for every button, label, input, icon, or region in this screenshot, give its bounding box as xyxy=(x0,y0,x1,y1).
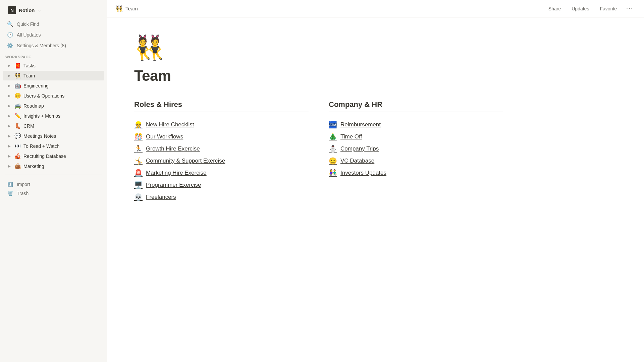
arrow-icon: ▶ xyxy=(7,134,12,138)
item-emoji: 👯 xyxy=(14,72,21,79)
sidebar-item-roadmap[interactable]: ▶ 🚎 Roadmap xyxy=(3,101,104,111)
arrow-icon: ▶ xyxy=(7,84,12,87)
topbar-actions: Share Updates Favorite ··· xyxy=(544,3,636,14)
content-columns: Roles & Hires👷New Hire Checklist🎊Our Wor… xyxy=(134,100,503,203)
link-emoji: 😐 xyxy=(329,157,337,165)
link-emoji: ⛄ xyxy=(329,145,337,153)
item-emoji: 🎪 xyxy=(14,153,21,159)
sidebar-item-label: Roadmap xyxy=(23,103,102,109)
link-text: Community & Support Exercise xyxy=(146,158,225,164)
arrow-icon: ▶ xyxy=(7,144,12,148)
arrow-icon: ▶ xyxy=(7,154,12,158)
link-item[interactable]: 🚨Marketing Hire Exercise xyxy=(134,167,309,179)
share-button[interactable]: Share xyxy=(544,4,565,13)
sidebar-item-meetings-notes[interactable]: ▶ 💬 Meetings Notes xyxy=(3,131,104,141)
link-item[interactable]: 🏧Reimbursement xyxy=(329,119,503,131)
link-text: Marketing Hire Exercise xyxy=(146,170,206,176)
link-text: Reimbursement xyxy=(340,121,381,128)
trash-button[interactable]: 🗑️ Trash xyxy=(3,189,104,198)
section-divider xyxy=(134,112,309,112)
arrow-icon: ▶ xyxy=(7,104,12,108)
arrow-icon: ▶ xyxy=(7,64,12,67)
sidebar-item-to-read-watch[interactable]: ▶ 👀 To Read + Watch xyxy=(3,141,104,151)
sidebar-item-label: Meetings Notes xyxy=(23,133,102,139)
sidebar-item-crm[interactable]: ▶ 👢 CRM xyxy=(3,121,104,131)
link-item[interactable]: 🏃Growth Hire Exercise xyxy=(134,143,309,155)
link-text: VC Database xyxy=(340,158,374,164)
link-emoji: 🏧 xyxy=(329,121,337,129)
trash-label: Trash xyxy=(17,191,29,196)
sidebar-item-marketing[interactable]: ▶ 👜 Marketing xyxy=(3,161,104,171)
item-emoji: 👀 xyxy=(14,143,21,149)
settings-button[interactable]: ⚙️ Settings & Members (8) xyxy=(3,41,104,51)
item-emoji: 💬 xyxy=(14,133,21,139)
section-divider xyxy=(329,112,503,112)
link-emoji: 👫 xyxy=(329,169,337,177)
section-company-hr: Company & HR🏧Reimbursement🎄Time Off⛄Comp… xyxy=(329,100,503,203)
sidebar-bottom: ⬇️ Import 🗑️ Trash xyxy=(0,178,107,199)
all-updates-button[interactable]: 🕐 All Updates xyxy=(3,30,104,40)
item-emoji: 👢 xyxy=(14,123,21,129)
quick-find-button[interactable]: 🔍 Quick Find xyxy=(3,19,104,29)
updates-icon: 🕐 xyxy=(7,32,13,38)
all-updates-label: All Updates xyxy=(17,32,41,38)
chevron-down-icon: ⌄ xyxy=(38,8,41,12)
link-item[interactable]: 💀Freelancers xyxy=(134,191,309,203)
sidebar-item-label: To Read + Watch xyxy=(23,143,102,149)
link-item[interactable]: 🖥️Programmer Exercise xyxy=(134,179,309,191)
import-button[interactable]: ⬇️ Import xyxy=(3,180,104,189)
trash-icon: 🗑️ xyxy=(7,191,13,196)
link-item[interactable]: 🎄Time Off xyxy=(329,131,503,143)
quick-find-label: Quick Find xyxy=(17,21,39,27)
sidebar-item-recruiting-database[interactable]: ▶ 🎪 Recruiting Database xyxy=(3,151,104,161)
sidebar: N Notion ⌄ 🔍 Quick Find 🕐 All Updates ⚙️… xyxy=(0,0,107,362)
link-emoji: 🤸 xyxy=(134,157,143,165)
sidebar-item-users-operations[interactable]: ▶ 😊 Users & Operations xyxy=(3,91,104,101)
sidebar-item-label: Marketing xyxy=(23,164,102,169)
arrow-icon: ▶ xyxy=(7,164,12,168)
item-emoji: 🧧 xyxy=(14,62,21,69)
sidebar-divider xyxy=(5,175,102,175)
sidebar-item-team[interactable]: ▶ 👯 Team xyxy=(3,71,104,80)
arrow-icon: ▶ xyxy=(7,94,12,98)
link-text: New Hire Checklist xyxy=(146,121,194,128)
link-item[interactable]: 👫Investors Updates xyxy=(329,167,503,179)
updates-button[interactable]: Updates xyxy=(568,4,593,13)
link-item[interactable]: 🎊Our Workflows xyxy=(134,131,309,143)
link-item[interactable]: 🤸Community & Support Exercise xyxy=(134,155,309,167)
sidebar-nav: ▶ 🧧 Tasks ▶ 👯 Team ▶ 🤖 Engineering ▶ 😊 U… xyxy=(0,60,107,171)
page-title: Team xyxy=(134,67,617,84)
sidebar-item-insights-memos[interactable]: ▶ ✏️ Insights + Memos xyxy=(3,111,104,121)
item-emoji: 👜 xyxy=(14,163,21,169)
link-item[interactable]: 👷New Hire Checklist xyxy=(134,119,309,131)
link-emoji: 🚨 xyxy=(134,169,143,177)
workspace-section-label: WORKSPACE xyxy=(0,51,107,60)
link-emoji: 🏃 xyxy=(134,145,143,153)
topbar: 👯 Team Share Updates Favorite ··· xyxy=(107,0,644,17)
link-emoji: 👷 xyxy=(134,121,143,129)
sidebar-item-label: Team xyxy=(23,73,102,78)
item-emoji: ✏️ xyxy=(14,113,21,119)
sidebar-item-engineering[interactable]: ▶ 🤖 Engineering xyxy=(3,81,104,90)
sidebar-item-label: Users & Operations xyxy=(23,93,102,99)
notion-logo: N xyxy=(8,6,16,14)
sidebar-item-tasks[interactable]: ▶ 🧧 Tasks xyxy=(3,61,104,70)
favorite-button[interactable]: Favorite xyxy=(596,4,621,13)
link-text: Our Workflows xyxy=(146,133,183,140)
item-emoji: 🤖 xyxy=(14,82,21,89)
more-options-button[interactable]: ··· xyxy=(624,3,636,14)
app-name-label: Notion xyxy=(19,7,35,13)
topbar-title: 👯 Team xyxy=(115,5,138,12)
sidebar-item-label: CRM xyxy=(23,123,102,129)
import-label: Import xyxy=(17,182,30,187)
link-item[interactable]: 😐VC Database xyxy=(329,155,503,167)
notion-app-title[interactable]: N Notion ⌄ xyxy=(5,4,102,16)
link-text: Time Off xyxy=(340,133,362,140)
link-emoji: 🎄 xyxy=(329,133,337,141)
section-heading: Roles & Hires xyxy=(134,100,309,109)
sidebar-item-label: Insights + Memos xyxy=(23,113,102,119)
link-item[interactable]: ⛄Company Trips xyxy=(329,143,503,155)
gear-icon: ⚙️ xyxy=(7,43,13,49)
link-text: Company Trips xyxy=(340,145,379,152)
section-heading: Company & HR xyxy=(329,100,503,109)
